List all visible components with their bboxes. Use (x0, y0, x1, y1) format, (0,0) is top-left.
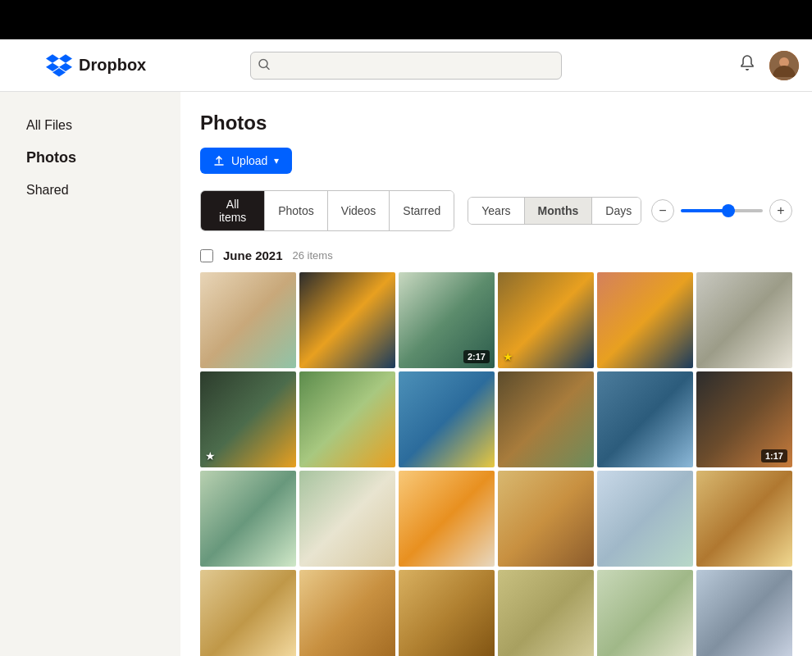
section-select-checkbox[interactable] (200, 249, 213, 262)
photo-item[interactable] (696, 471, 792, 567)
photo-item[interactable] (498, 371, 594, 467)
photo-item[interactable] (200, 471, 296, 567)
photo-item[interactable]: 1:17 (696, 371, 792, 467)
dropbox-logo-icon (46, 52, 72, 79)
header-right (738, 51, 799, 80)
main-header: Dropbox (0, 39, 812, 92)
filter-videos[interactable]: Videos (328, 191, 390, 230)
video-duration-badge: 2:17 (463, 350, 490, 363)
avatar[interactable] (769, 51, 799, 80)
notifications-icon[interactable] (738, 54, 756, 76)
photo-item[interactable] (200, 570, 296, 656)
video-duration-badge: 1:17 (761, 449, 787, 462)
main-content: Photos Upload ▾ All items Photos Videos … (180, 92, 812, 656)
star-icon: ★ (205, 449, 216, 462)
zoom-out-button[interactable]: − (651, 199, 674, 222)
photo-item[interactable] (399, 371, 495, 467)
photo-item[interactable] (597, 570, 693, 656)
filter-bar: All items Photos Videos Starred Years Mo… (200, 190, 792, 232)
photo-item[interactable]: ★ (200, 371, 296, 467)
view-years[interactable]: Years (468, 198, 524, 224)
photo-item[interactable] (597, 471, 693, 567)
zoom-slider[interactable] (681, 209, 763, 212)
logo[interactable]: Dropbox (46, 52, 146, 79)
filter-all-items[interactable]: All items (201, 191, 265, 230)
upload-button[interactable]: Upload ▾ (200, 148, 292, 174)
logo-text: Dropbox (79, 56, 146, 75)
photo-item[interactable] (399, 471, 495, 567)
filter-photos[interactable]: Photos (265, 191, 328, 230)
zoom-controls: − + (651, 199, 792, 222)
photo-item[interactable] (498, 471, 594, 567)
photo-item[interactable] (498, 570, 594, 656)
photo-item[interactable] (299, 272, 395, 368)
photo-item[interactable] (597, 272, 693, 368)
app-layout: All Files Photos Shared Photos Upload ▾ … (0, 92, 812, 656)
topbar (0, 0, 812, 39)
search-icon (258, 58, 270, 72)
photo-item[interactable] (299, 371, 395, 467)
time-view-filter: Years Months Days (468, 197, 641, 225)
view-months[interactable]: Months (525, 198, 593, 224)
upload-label: Upload (231, 154, 267, 167)
sidebar-item-shared[interactable]: Shared (13, 176, 167, 204)
photo-item[interactable] (696, 272, 792, 368)
section-title: June 2021 (223, 248, 283, 262)
photo-item[interactable]: ★ (498, 272, 594, 368)
section-header: June 2021 26 items (200, 248, 792, 262)
zoom-in-button[interactable]: + (769, 199, 792, 222)
grid-menu-icon[interactable] (13, 56, 33, 75)
sidebar-item-all-files[interactable]: All Files (13, 112, 167, 139)
sidebar: All Files Photos Shared (0, 92, 180, 656)
photo-item[interactable] (299, 471, 395, 567)
photo-item[interactable] (299, 570, 395, 656)
content-type-filter: All items Photos Videos Starred (200, 190, 454, 231)
view-days[interactable]: Days (592, 198, 641, 224)
search-input[interactable] (250, 52, 562, 80)
photo-item[interactable] (597, 371, 693, 467)
upload-icon (213, 155, 225, 166)
upload-chevron-icon: ▾ (274, 155, 279, 166)
photo-item[interactable] (399, 570, 495, 656)
photo-item[interactable] (696, 570, 792, 656)
star-icon: ★ (503, 350, 513, 363)
photo-item[interactable] (200, 272, 296, 368)
sidebar-item-photos[interactable]: Photos (13, 143, 167, 173)
photo-item[interactable]: 2:17 (399, 272, 495, 368)
filter-starred[interactable]: Starred (390, 191, 454, 230)
section-count: 26 items (293, 249, 333, 262)
page-title: Photos (200, 112, 792, 134)
search-container (250, 52, 562, 80)
svg-line-1 (267, 66, 269, 69)
photo-grid: 2:17★★1:17 (200, 272, 792, 656)
